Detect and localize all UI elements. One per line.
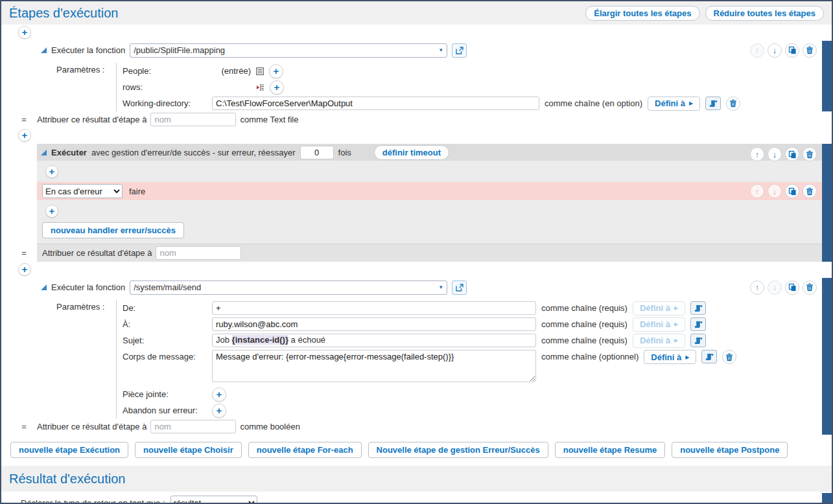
step3-parameters: Paramètres : De: comme chaîne (requis) D…	[56, 300, 822, 418]
result-name-input[interactable]	[156, 246, 241, 260]
error-handler-row: En cas d'erreur faire ↑ ↓	[37, 182, 822, 200]
collapse-triangle-icon[interactable]	[41, 150, 47, 155]
move-up-button[interactable]: ↑	[750, 184, 764, 198]
new-execution-step-button[interactable]: nouvelle étape Exécution	[10, 442, 128, 458]
add-parameter-button[interactable]: +	[269, 64, 283, 78]
mail-to-input[interactable]	[212, 317, 536, 331]
step1-function-row: Exécuter la fonction /public/SplitFile.m…	[37, 41, 822, 59]
add-parameter-button[interactable]: +	[270, 80, 284, 95]
collapse-triangle-icon[interactable]	[41, 47, 47, 53]
equals-sign: =	[20, 248, 28, 258]
move-up-button[interactable]: ↑	[750, 147, 764, 161]
arrow-down-icon: ↓	[773, 187, 777, 196]
step-execute-function-mail: Exécuter la fonction /system/mail/send ▼…	[37, 278, 822, 435]
retry-count-input[interactable]	[300, 146, 334, 159]
open-function-button[interactable]	[452, 281, 467, 295]
duplicate-step-button[interactable]	[785, 281, 799, 295]
move-down-button[interactable]: ↓	[768, 184, 782, 198]
assign-label: Attribuer ce résultat d'étape à	[42, 248, 152, 258]
result-name-input[interactable]	[150, 420, 236, 433]
assign-label: Attribuer ce résultat d'étape à	[37, 115, 147, 124]
plus-icon: +	[49, 166, 55, 177]
arrow-up-icon: ↑	[755, 282, 760, 292]
mail-body-textarea[interactable]: Message d'erreur: {error-message{error-m…	[212, 350, 536, 382]
delete-handler-button[interactable]	[803, 184, 817, 198]
param-type-label: comme chaîne (requis)	[541, 336, 628, 345]
execute-bold-label: Exécuter	[51, 148, 87, 157]
delete-step-button[interactable]	[803, 43, 817, 58]
header-actions: Élargir toutes les étapes Réduire toutes…	[585, 6, 824, 21]
defini-a-button[interactable]: Défini à▶	[644, 350, 696, 364]
expression-button[interactable]	[690, 301, 706, 315]
subject-text: a échoué	[288, 335, 325, 345]
expression-button[interactable]	[690, 317, 706, 331]
delete-parameter-button[interactable]	[722, 350, 736, 364]
mail-subject-input[interactable]: Job {instance-id()} a échoué	[212, 334, 536, 347]
working-directory-input[interactable]	[212, 97, 539, 110]
step-error-handling: Exécuter avec gestion d'erreur/de succès…	[37, 144, 822, 262]
arrow-up-icon: ↑	[755, 150, 760, 159]
external-link-icon	[456, 47, 463, 54]
expression-button[interactable]	[701, 350, 717, 363]
rows-stream-icon	[256, 84, 264, 91]
open-function-button[interactable]	[452, 43, 467, 58]
move-down-button[interactable]: ↓	[768, 147, 782, 161]
defini-arrow-icon: ▶	[674, 338, 678, 343]
move-down-button[interactable]: ↓	[768, 281, 782, 295]
add-step-button[interactable]: +	[18, 129, 31, 142]
delete-step-button[interactable]	[803, 147, 817, 161]
duplicate-handler-button[interactable]	[785, 184, 799, 198]
move-up-button[interactable]: ↑	[750, 281, 764, 295]
param-name: Pièce jointe:	[123, 389, 207, 399]
error-condition-select[interactable]: En cas d'erreur	[42, 184, 123, 198]
expression-button[interactable]	[690, 334, 706, 347]
trash-icon	[806, 187, 814, 196]
page-title: Étapes d'exécution	[9, 6, 118, 21]
param-type-label: comme chaîne (optionnel)	[541, 350, 639, 361]
new-foreach-step-button[interactable]: nouvelle étape For-each	[248, 442, 362, 458]
add-abort-on-error-button[interactable]: +	[212, 404, 226, 418]
new-handler-button[interactable]: nouveau handler erreur/succès	[42, 222, 184, 238]
defini-a-label: Défini à	[655, 98, 685, 108]
trash-icon	[729, 99, 737, 108]
param-type-label: comme chaîne (requis)	[541, 319, 628, 329]
defini-a-label: Défini à	[640, 336, 670, 345]
expand-all-steps-button[interactable]: Élargir toutes les étapes	[585, 6, 699, 21]
delete-parameter-button[interactable]	[726, 97, 740, 111]
collapse-all-steps-button[interactable]: Réduire toutes les étapes	[705, 6, 825, 21]
duplicate-step-button[interactable]	[785, 147, 799, 161]
defini-a-button[interactable]: Défini à▶	[648, 97, 700, 111]
error-step-body: + En cas d'erreur faire ↑ ↓ + nouveau ha…	[37, 161, 822, 244]
result-name-input[interactable]	[150, 113, 236, 126]
add-step-button[interactable]: +	[18, 263, 31, 276]
mail-step-card: Exécuter la fonction /system/mail/send ▼…	[37, 278, 822, 418]
param-row-people: People: (entrée) +	[123, 63, 740, 79]
function-combobox[interactable]: /system/mail/send ▼	[130, 281, 447, 295]
add-handler-step-button[interactable]: +	[45, 205, 58, 218]
function-path-value: /public/SplitFile.mapping	[134, 45, 435, 55]
function-path-value: /system/mail/send	[134, 282, 435, 292]
delete-step-button[interactable]	[803, 281, 817, 295]
define-timeout-button[interactable]: définir timeout	[374, 145, 449, 160]
expression-button[interactable]	[705, 97, 721, 110]
move-up-button[interactable]: ↑	[750, 43, 764, 58]
expression-scroll-icon	[694, 337, 703, 345]
step-execute-function-1: Exécuter la fonction /public/SplitFile.m…	[37, 41, 822, 111]
mail-from-input[interactable]	[212, 301, 536, 315]
return-type-select[interactable]: résultat	[170, 496, 257, 504]
assign-type-label: comme Text file	[240, 115, 298, 124]
collapse-triangle-icon[interactable]	[41, 284, 47, 290]
add-attachment-button[interactable]: +	[212, 387, 226, 402]
new-postpone-step-button[interactable]: nouvelle étape Postpone	[672, 442, 788, 458]
duplicate-step-button[interactable]	[785, 43, 799, 58]
step1-toolbar: ↑ ↓	[750, 43, 817, 58]
add-protected-step-button[interactable]: +	[45, 165, 58, 178]
defini-arrow-icon: ▶	[674, 305, 678, 311]
add-step-button[interactable]: +	[18, 26, 31, 39]
result-title: Résultat d'exécution	[9, 472, 125, 487]
new-resume-step-button[interactable]: nouvelle étape Resume	[555, 442, 666, 458]
new-choose-step-button[interactable]: nouvelle étape Choisir	[135, 442, 242, 458]
function-combobox[interactable]: /public/SplitFile.mapping ▼	[130, 43, 447, 58]
new-error-success-step-button[interactable]: Nouvelle étape de gestion Erreur/Succès	[368, 442, 548, 458]
move-down-button[interactable]: ↓	[768, 43, 782, 58]
